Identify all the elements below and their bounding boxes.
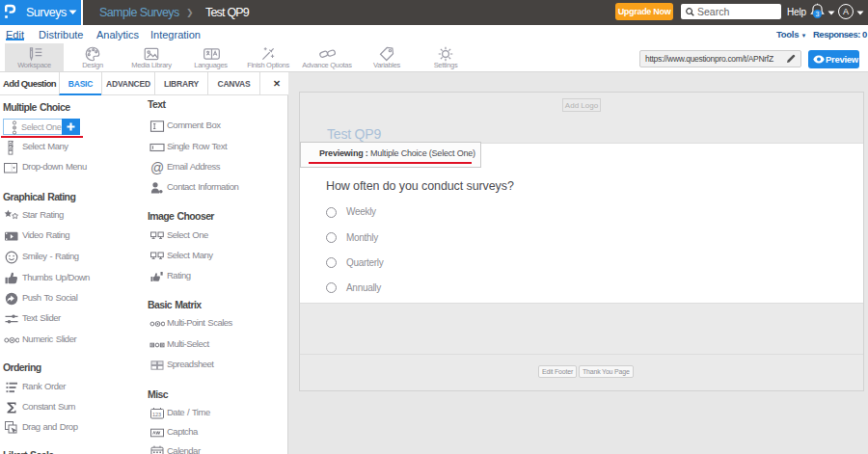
svg-text:123: 123: [152, 411, 161, 416]
svg-text:@: @: [150, 160, 164, 175]
